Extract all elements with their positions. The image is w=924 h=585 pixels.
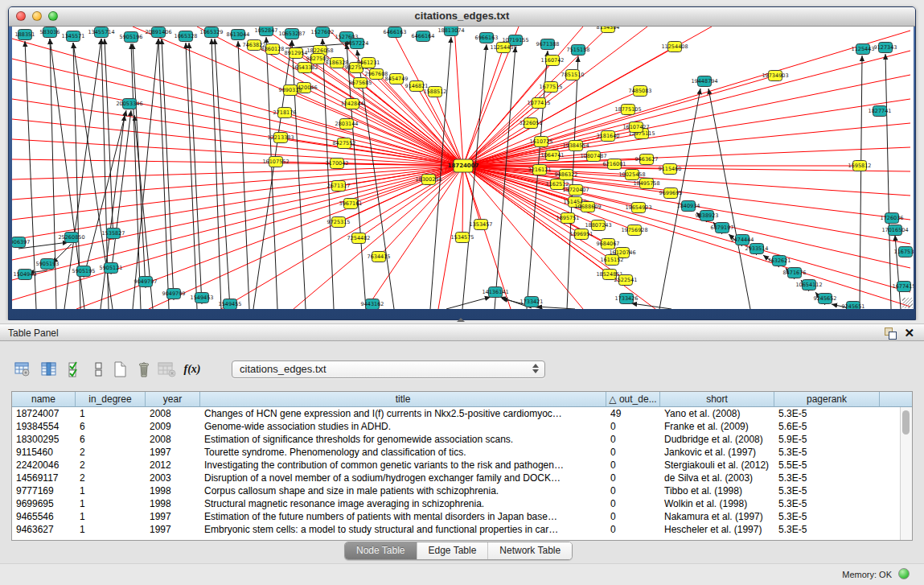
table-row[interactable]: 946554611997Estimation of the future num…: [12, 510, 900, 523]
graph-node[interactable]: 14136141: [482, 287, 508, 298]
table-cell-short[interactable]: Hescheler et al. (1997): [660, 523, 774, 536]
table-cell-in_degree[interactable]: 1: [76, 523, 146, 536]
graph-node[interactable]: 9675685: [349, 78, 372, 89]
graph-node[interactable]: 1549453: [191, 293, 214, 303]
table-cell-out_degree[interactable]: 0: [606, 484, 660, 497]
graph-node[interactable]: 9699695: [659, 188, 683, 199]
table-cell-out_degree[interactable]: 0: [606, 459, 660, 472]
table-cell-year[interactable]: 2008: [146, 433, 200, 446]
graph-node[interactable]: 1677415: [893, 282, 914, 292]
table-cell-year[interactable]: 1997: [146, 446, 200, 459]
splitter-handle-icon[interactable]: [457, 318, 465, 322]
graph-node[interactable]: 1827741: [869, 106, 892, 117]
graph-node[interactable]: 9049797: [134, 277, 158, 287]
column-chooser-button[interactable]: [88, 359, 109, 380]
table-cell-out_degree[interactable]: 0: [606, 523, 660, 536]
table-cell-year[interactable]: 1997: [146, 523, 200, 536]
graph-node[interactable]: 2718176: [273, 108, 297, 118]
graph-node[interactable]: 1549455: [219, 299, 242, 310]
table-cell-pagerank[interactable]: 5.3E-5: [774, 472, 880, 484]
table-cell-out_degree[interactable]: 49: [606, 407, 660, 420]
table-cell-out_degree[interactable]: 0: [606, 497, 660, 510]
float-panel-icon[interactable]: [884, 327, 896, 339]
table-cell-year[interactable]: 1997: [146, 510, 200, 523]
graph-node[interactable]: 9671388: [536, 39, 560, 50]
delete-table-button[interactable]: [133, 359, 154, 380]
table-cell-pagerank[interactable]: 5.3E-5: [774, 446, 880, 459]
graph-node[interactable]: 19756928: [621, 225, 647, 236]
table-cell-in_degree[interactable]: 1: [76, 497, 146, 510]
graph-node[interactable]: 19734903: [762, 71, 788, 81]
graph-node[interactable]: 19448794: [691, 76, 717, 87]
table-cell-short[interactable]: Nakamura et al. (1997): [660, 510, 774, 523]
graph-node[interactable]: 1733426: [615, 294, 639, 304]
window-resize-grip[interactable]: [902, 298, 913, 308]
graph-node[interactable]: 20053346: [116, 99, 142, 109]
graph-node[interactable]: 1527602: [311, 27, 335, 38]
graph-node[interactable]: 7857224: [346, 39, 369, 49]
table-cell-name[interactable]: 9777169: [12, 484, 76, 497]
graph-node[interactable]: 8613044: [227, 30, 250, 40]
table-cell-name[interactable]: 9463627: [12, 523, 76, 536]
table-row[interactable]: 1938455462009Genome-wide association stu…: [12, 420, 900, 433]
table-cell-short[interactable]: de Silva et al. (2003): [660, 472, 774, 484]
table-scrollbar-thumb[interactable]: [902, 410, 910, 435]
graph-node[interactable]: 7254482: [347, 233, 371, 244]
table-cell-short[interactable]: Yano et al. (2008): [660, 407, 774, 420]
table-cell-in_degree[interactable]: 1: [76, 407, 146, 420]
graph-node[interactable]: 7515158: [567, 45, 590, 56]
column-header-in_degree[interactable]: in_degree: [76, 392, 146, 407]
graph-node[interactable]: 2522541: [614, 275, 638, 286]
network-graph[interactable]: 1883515830361345571134557145905196208914…: [12, 27, 914, 309]
graph-node[interactable]: 10688609: [574, 202, 601, 212]
table-cell-year[interactable]: 2009: [146, 420, 200, 433]
row-selection-button[interactable]: [65, 359, 86, 380]
table-cell-out_degree[interactable]: 0: [606, 472, 660, 484]
graph-node[interactable]: 8860128: [261, 44, 285, 55]
table-cell-short[interactable]: Franke et al. (2009): [660, 420, 774, 433]
graph-node[interactable]: 1677515: [540, 82, 563, 93]
graph-node[interactable]: 9463627: [635, 154, 659, 165]
table-cell-title[interactable]: Investigating the contribution of common…: [200, 459, 606, 472]
graph-node[interactable]: 10653287: [278, 29, 305, 39]
table-cell-in_degree[interactable]: 2: [76, 472, 146, 484]
graph-node[interactable]: 1345571: [62, 31, 85, 42]
table-cell-pagerank[interactable]: 5.9E-5: [774, 433, 880, 446]
table-cell-pagerank[interactable]: 5.3E-5: [774, 484, 880, 497]
table-cell-title[interactable]: Corpus callosum shape and size in male p…: [200, 484, 606, 497]
tab-node-table[interactable]: Node Table: [345, 542, 417, 559]
graph-node[interactable]: 1077415: [528, 98, 551, 109]
graph-node[interactable]: 17016504: [881, 225, 908, 236]
table-cell-out_degree[interactable]: 0: [606, 433, 660, 446]
table-cell-in_degree[interactable]: 2: [76, 446, 146, 459]
graph-node[interactable]: 3170042: [326, 159, 349, 169]
table-cell-name[interactable]: 9465546: [12, 510, 76, 523]
graph-node[interactable]: 18813074: [437, 27, 464, 36]
table-cell-out_degree[interactable]: 0: [606, 510, 660, 523]
tab-network-table[interactable]: Network Table: [488, 542, 572, 559]
graph-node[interactable]: 6966163: [475, 33, 499, 43]
graph-node[interactable]: 8912954: [285, 48, 308, 59]
graph-node[interactable]: 1353457: [470, 220, 493, 230]
graph-node[interactable]: 8471676: [783, 268, 807, 278]
table-row[interactable]: 911546021997Tourette syndrome. Phenomeno…: [12, 446, 900, 459]
graph-node[interactable]: 9115460: [659, 164, 682, 175]
graph-node[interactable]: 9049799: [162, 289, 186, 299]
graph-node[interactable]: 19654923: [625, 203, 651, 213]
graph-node[interactable]: 3226051: [519, 118, 543, 129]
table-cell-pagerank[interactable]: 5.5E-5: [774, 459, 880, 472]
graph-node[interactable]: 10654112: [795, 280, 822, 290]
graph-node[interactable]: 9245651: [842, 302, 865, 310]
graph-node[interactable]: 6466163: [384, 27, 407, 38]
graph-node[interactable]: 7851510: [561, 70, 585, 80]
table-cell-title[interactable]: Structural magnetic resonance image aver…: [200, 497, 606, 510]
graph-node[interactable]: 8134304: [597, 27, 620, 33]
graph-node[interactable]: 7632621: [768, 256, 791, 266]
column-header-year[interactable]: year: [146, 392, 200, 407]
table-row[interactable]: 969969511998Structural magnetic resonanc…: [12, 497, 900, 510]
graph-node[interactable]: 2933514: [745, 244, 769, 254]
table-cell-name[interactable]: 18724007: [12, 407, 76, 420]
table-cell-title[interactable]: Estimation of the future numbers of pati…: [200, 510, 606, 523]
table-cell-year[interactable]: 1998: [146, 484, 200, 497]
table-cell-short[interactable]: Stergiakouli et al. (2012): [660, 459, 774, 472]
